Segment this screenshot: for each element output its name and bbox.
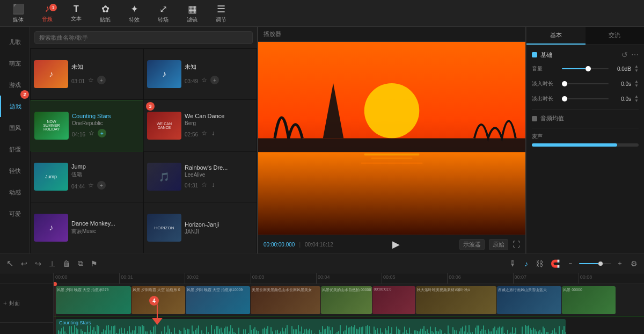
zoom-slider[interactable] [579,263,611,264]
music-card-2[interactable]: ♪ 未知 03:49 ☆ + [144,49,257,99]
star-btn-5[interactable]: ☆ [87,180,95,190]
volume-thumb[interactable] [586,66,591,71]
mic-btn[interactable]: 🎙 [507,257,519,270]
toolbar-item-sticker[interactable]: ✿ 贴纸 [91,2,119,25]
timeline-main[interactable]: 00:00 00:01 00:02 00:03 00:04 00:05 00:0… [54,273,644,334]
sidebar-item-cute[interactable]: 可爱 [0,203,30,224]
settings-btn[interactable]: ⚙ [628,257,640,270]
audio-btn[interactable]: ♪ [522,257,530,270]
fullscreen-button[interactable]: ⛶ [513,240,520,249]
cursor-tool[interactable]: ↖ [4,256,16,271]
music-artist-4: Berg [185,120,253,126]
add-btn-5[interactable]: + [97,181,106,190]
audio-badge: 1 [49,4,57,11]
star-btn-6[interactable]: ☆ [200,180,208,190]
star-btn-2[interactable]: ☆ [200,75,208,85]
media-label: 媒体 [13,16,24,24]
toolbar-item-transition[interactable]: ⤢ 转场 [149,2,177,25]
add-btn-3[interactable]: + [98,129,106,137]
clip-4[interactable]: 美景云南美景颜色山水云南风景美女 [251,286,320,314]
light-label: 轻快 [9,167,21,175]
original-button[interactable]: 原始 [489,239,508,250]
preview-title: 播放器 [264,31,281,37]
search-bar [30,27,257,48]
download-btn-4[interactable]: ↓ [210,128,216,138]
link-btn[interactable]: ⛓ [533,257,545,270]
zoom-in-btn[interactable]: ＋ [614,257,625,270]
music-card-8[interactable]: HORIZON Horizon-Janji JANJI [144,202,257,253]
magnet-btn[interactable]: 🧲 [548,257,562,270]
cute-label: 可爱 [9,210,21,218]
toolbar-item-filter[interactable]: ▦ 滤镜 [178,2,206,25]
fadein-slider[interactable] [562,83,609,84]
zoom-out-btn[interactable]: － [565,257,576,270]
toolbar-item-audio[interactable]: ♪ 音频 1 [33,2,61,25]
music-bottom-3: 04:16 ☆ + [72,128,140,138]
clip-2[interactable]: 风景 夕阳晚霞 天空 治愈系 0 [131,286,185,314]
svg-rect-4 [364,154,420,156]
search-input[interactable] [34,31,253,44]
undo-btn[interactable]: ↩ [19,257,30,270]
star-btn-4[interactable]: ☆ [200,128,208,138]
clip-1[interactable]: 风景 夕阳 晚霞 天空 治愈系579 [56,286,131,314]
copy-btn[interactable]: ⧉ [76,257,85,270]
dynamic-label: 动感 [9,188,21,197]
sidebar-item-game2[interactable]: 游戏 [0,96,30,117]
fadeout-slider[interactable] [562,98,609,99]
fadeout-thumb[interactable] [562,96,567,101]
reset-icon[interactable]: ↺ [621,50,628,59]
redo-btn[interactable]: ↩ [33,257,43,270]
tab-communication[interactable]: 交流 [586,27,645,45]
toolbar-item-adjust[interactable]: ☰ 调节 [207,2,235,25]
fadein-thumb[interactable] [562,81,567,86]
clip-9[interactable]: 风景 00000 [562,286,616,314]
music-card-6[interactable]: 🎵 Rainbow's Dre... LeeAlive 04:31 ☆ ↓ [144,152,257,202]
music-card-4[interactable]: 3 WE CANDANCE We Can Dance Berg 02:56 ☆ … [144,100,257,151]
more-icon[interactable]: ⋯ [631,50,639,59]
sidebar-item-national[interactable]: 国风 [0,117,30,139]
music-card-3[interactable]: NOWSUMMERHOLIDAY Counting Stars OneRepub… [31,100,143,151]
flag-btn[interactable]: ⚑ [89,257,100,270]
toolbar-item-text[interactable]: T 文本 [62,2,90,25]
sidebar-item-light[interactable]: 轻快 [0,160,30,181]
clip-5[interactable]: 风景优美的山水自然拍 00000 [321,286,372,314]
split-btn[interactable]: ⊥ [47,257,57,270]
volume-slider[interactable] [562,68,609,69]
play-button[interactable]: ▶ [392,238,400,250]
toolbar-item-media[interactable]: ⬛ 媒体 [4,2,32,25]
add-btn-1[interactable]: + [97,76,106,84]
clip-6[interactable]: 00:00:01:0 [372,286,415,314]
clip-7[interactable]: 秋天落叶唯美视频素材#瀑叶秋# [416,286,496,314]
music-panel: ♪ 未知 03:01 ☆ + ♪ [30,27,257,253]
sidebar-item-childsong[interactable]: 儿歌 [0,31,30,53]
add-btn-2[interactable]: + [210,76,219,84]
audio-track[interactable]: Counting Stars // Generate waveform bars… [54,316,644,334]
divider-1 [532,110,639,110]
clip-3[interactable]: 风景 夕阳 晚霞 天空 治愈系10009 [186,286,250,314]
zoom-thumb[interactable] [598,262,603,266]
music-card-5[interactable]: Jump Jump 伍籍 04:44 ☆ + [31,152,143,202]
waveform-button[interactable]: 示波器 [459,239,485,250]
duration-5: 04:44 [71,184,85,190]
tab-basic[interactable]: 基本 [526,27,586,45]
sidebar-item-calm[interactable]: 舒缓 [0,139,30,160]
right-content: 基础 ↺ ⋯ 音量 0.0dB ▲ ▼ 淡入时长 [526,45,644,253]
music-card-7[interactable]: ♪ Dance Monkey... 南辰Music [31,202,143,253]
svg-rect-2 [258,152,525,235]
spinner-down[interactable]: ▼ [634,69,639,73]
track-label-audio: 🔊 [0,323,53,334]
music-card-1[interactable]: ♪ 未知 03:01 ☆ + [31,49,143,99]
category-sidebar: 2 儿歌 萌宠 游戏 游戏 国风 舒缓 轻快 动感 [0,27,30,253]
fadein-down[interactable]: ▼ [634,84,639,88]
clip-8[interactable]: 西藏之旅行画风山景雪山蓝天 [497,286,561,314]
star-btn-1[interactable]: ☆ [87,75,95,85]
download-btn-6[interactable]: ↓ [210,180,216,190]
video-track[interactable]: 风景 夕阳 晚霞 天空 治愈系579 风景 夕阳晚霞 天空 治愈系 0 风景 夕… [54,284,644,316]
sidebar-item-pet[interactable]: 萌宠 [0,53,30,74]
fadeout-down[interactable]: ▼ [634,99,639,103]
star-btn-3[interactable]: ☆ [87,128,96,138]
sidebar-item-dynamic[interactable]: 动感 [0,181,30,203]
delete-btn[interactable]: 🗑 [61,257,72,270]
toolbar-item-effects[interactable]: ✦ 特效 [120,2,148,25]
calm-label: 舒缓 [9,146,21,154]
